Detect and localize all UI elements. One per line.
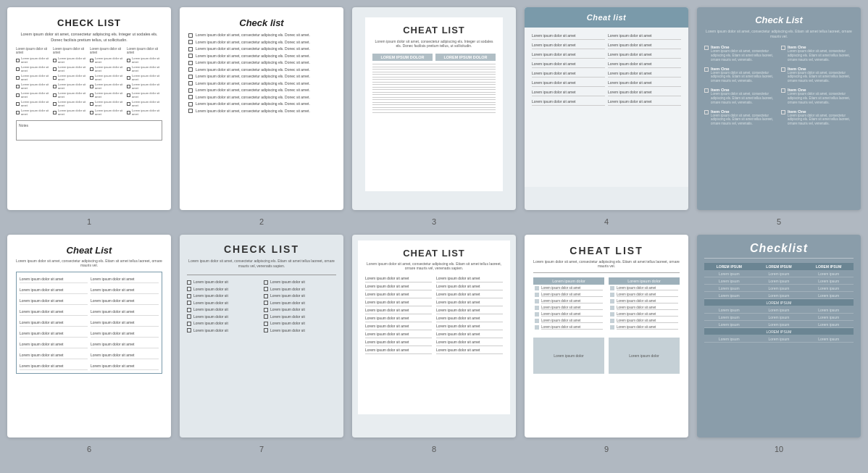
checkbox-icon[interactable] xyxy=(188,33,193,38)
checkbox-icon[interactable] xyxy=(704,67,709,72)
checkbox-icon[interactable] xyxy=(187,287,191,291)
checkbox-icon[interactable] xyxy=(127,102,130,106)
checkbox-icon[interactable] xyxy=(187,322,191,326)
checkbox-icon[interactable] xyxy=(188,95,193,99)
card-3: CHEAT LIST Lorem ipsum dolor sit amet, c… xyxy=(352,7,516,210)
checkbox-icon[interactable] xyxy=(53,85,57,88)
list-item: Lorem ipsum dolor sit amet, consectetur … xyxy=(188,54,335,59)
table-row: Lorem ipsum dolor sit amet xyxy=(127,91,162,99)
card-8-col-right: Lorem ipsum dolor sit amet Lorem ipsum d… xyxy=(436,275,503,354)
card-5-wrapper: Check List Lorem ipsum dolor sit amet, c… xyxy=(697,7,861,226)
table-row: Lorem ipsum dolor sit amet xyxy=(53,91,88,99)
checkbox-icon[interactable] xyxy=(264,301,268,305)
highlight-cell: LOREM IPSUM xyxy=(704,299,854,306)
card-10-title: Checklist xyxy=(704,242,854,255)
card-6-title: Cheat List xyxy=(16,245,162,256)
checkbox-icon[interactable] xyxy=(90,76,93,80)
table-row: Lorem ipsum dolor sit amet xyxy=(90,100,125,107)
checkbox-icon[interactable] xyxy=(90,85,93,88)
checkbox-icon[interactable] xyxy=(187,301,191,305)
checkbox-icon[interactable] xyxy=(53,102,57,106)
checkbox-icon[interactable] xyxy=(90,67,93,71)
checkbox-icon[interactable] xyxy=(188,81,193,85)
cell: Lorem ipsum xyxy=(704,285,754,292)
checkbox-icon[interactable] xyxy=(264,322,268,326)
checkbox-icon[interactable] xyxy=(90,93,93,97)
checkbox-icon[interactable] xyxy=(264,280,268,285)
checkbox-icon[interactable] xyxy=(264,308,268,312)
checkbox-icon[interactable] xyxy=(188,40,193,44)
checkbox-icon[interactable] xyxy=(781,67,785,72)
divider-line xyxy=(372,79,496,80)
checkbox-icon[interactable] xyxy=(187,294,191,298)
checkbox-icon[interactable] xyxy=(53,76,57,80)
checkbox-icon[interactable] xyxy=(781,46,785,50)
checkbox-icon[interactable] xyxy=(90,102,93,106)
checkbox-icon[interactable] xyxy=(127,111,130,114)
checkbox-icon[interactable] xyxy=(90,59,93,62)
table-row: Lorem ipsum dolor sit amet xyxy=(436,282,503,290)
card-8-wrapper: CHEAT LIST Lorem ipsum dolor sit amet, c… xyxy=(352,235,516,453)
checkbox-icon[interactable] xyxy=(127,59,130,62)
checkbox-icon[interactable] xyxy=(16,67,20,71)
checkbox-icon[interactable] xyxy=(127,85,130,88)
col-rows-right: Lorem ipsum dolor sit amet Lorem ipsum d… xyxy=(609,285,680,333)
card-2-wrapper: Check list Lorem ipsum dolor sit amet, c… xyxy=(180,7,343,226)
checkbox-icon[interactable] xyxy=(16,111,20,114)
table-row: Lorem ipsum dolor sit amet xyxy=(436,346,503,354)
item-desc: Lorem ipsum dolor sit amet, consectetur … xyxy=(788,71,854,84)
table-row: Lorem ipsum dolor sit amet xyxy=(20,330,88,338)
checkbox-icon[interactable] xyxy=(16,93,20,97)
checkbox-icon[interactable] xyxy=(16,76,20,80)
card-1-title: CHECK LIST xyxy=(16,17,162,28)
cell: Lorem ipsum xyxy=(754,335,804,343)
checkbox-icon[interactable] xyxy=(187,314,191,319)
checkbox-icon[interactable] xyxy=(704,46,709,50)
cell: Lorem ipsum dolor sit amet xyxy=(608,90,681,96)
checkbox-icon[interactable] xyxy=(704,110,709,114)
checkbox-icon[interactable] xyxy=(53,111,57,114)
checkbox-icon[interactable] xyxy=(264,328,268,332)
checkbox-icon[interactable] xyxy=(188,88,193,93)
box-icon xyxy=(535,293,539,297)
table-row: Lorem ipsum dolor sit amet xyxy=(127,83,162,90)
checkbox-icon[interactable] xyxy=(188,54,193,58)
checkbox-icon[interactable] xyxy=(187,308,191,312)
checkbox-icon[interactable] xyxy=(127,67,130,71)
checkbox-icon[interactable] xyxy=(90,111,93,114)
cell: Lorem ipsum dolor sit amet xyxy=(532,71,605,78)
checkbox-icon[interactable] xyxy=(16,102,20,106)
list-item: Item OneLorem ipsum dolor sit amet, cons… xyxy=(781,109,854,127)
checkbox-icon[interactable] xyxy=(188,47,193,51)
checkbox-icon[interactable] xyxy=(781,88,785,93)
checkbox-icon[interactable] xyxy=(16,59,20,62)
checkbox-icon[interactable] xyxy=(264,287,268,291)
checkbox-icon[interactable] xyxy=(264,294,268,298)
checkbox-icon[interactable] xyxy=(127,93,130,97)
card-8-col-left: Lorem ipsum dolor sit amet Lorem ipsum d… xyxy=(365,275,432,354)
checkbox-icon[interactable] xyxy=(781,110,785,114)
card-7: CHECK LIST Lorem ipsum dolor sit amet, c… xyxy=(180,235,343,438)
checkbox-icon[interactable] xyxy=(188,109,193,113)
divider-line xyxy=(372,92,496,93)
checkbox-icon[interactable] xyxy=(53,59,57,62)
checkbox-icon[interactable] xyxy=(188,61,193,65)
row-text: Lorem ipsum dolor sit amet xyxy=(617,319,678,323)
checkbox-icon[interactable] xyxy=(127,76,130,80)
checkbox-icon[interactable] xyxy=(704,88,709,93)
card-4-title: Cheat list xyxy=(532,13,681,22)
checkbox-icon[interactable] xyxy=(188,102,193,106)
checkbox-icon[interactable] xyxy=(187,328,191,332)
checkbox-icon[interactable] xyxy=(188,67,193,72)
checkbox-icon[interactable] xyxy=(187,280,191,285)
checkbox-icon[interactable] xyxy=(188,75,193,79)
table-row: Lorem ipsum dolor sit amet xyxy=(90,74,125,81)
checkbox-icon[interactable] xyxy=(53,93,57,97)
checkbox-icon[interactable] xyxy=(53,67,57,71)
checkbox-icon[interactable] xyxy=(16,85,20,88)
checkbox-icon[interactable] xyxy=(264,314,268,319)
card-5-items: Item OneLorem ipsum dolor sit amet, cons… xyxy=(704,45,854,130)
cell: Lorem ipsum dolor sit amet xyxy=(608,52,681,59)
list-item: Lorem ipsum dolor sit xyxy=(264,328,336,333)
box-icon xyxy=(535,325,539,330)
